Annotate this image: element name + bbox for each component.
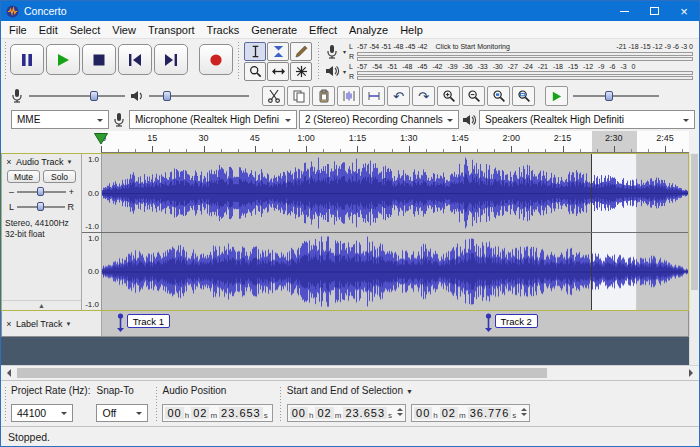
label-flag[interactable]: Track 1: [116, 313, 170, 333]
cut-button[interactable]: [262, 86, 285, 106]
play-speed-thumb[interactable]: [605, 91, 613, 101]
selection-tool-button[interactable]: [244, 42, 266, 61]
recording-meter[interactable]: ▾ L R -57 -54 -51 -48 -45 -42 Click to S…: [324, 43, 693, 61]
scroll-left-button[interactable]: [1, 366, 16, 380]
menu-effect[interactable]: Effect: [303, 21, 343, 38]
selection-range-mode-select[interactable]: Start and End of Selection▼: [287, 385, 531, 396]
input-channels-select[interactable]: 2 (Stereo) Recording Channels: [299, 110, 459, 129]
recording-volume-slider[interactable]: [29, 89, 125, 103]
vertical-scrollbar[interactable]: [689, 153, 699, 365]
audio-position-grip[interactable]: [154, 387, 158, 421]
audio-track[interactable]: × Audio Track ▼ Mute Solo – + L: [1, 153, 689, 311]
audio-position-seconds[interactable]: 23.653: [219, 407, 263, 419]
waveform-right[interactable]: [102, 233, 688, 311]
label-track-area[interactable]: Track 1Track 2: [102, 311, 688, 336]
menu-select[interactable]: Select: [64, 21, 107, 38]
label-flag[interactable]: Track 2: [484, 313, 538, 333]
play-button[interactable]: [46, 44, 80, 75]
skip-to-end-button[interactable]: [154, 44, 188, 75]
silence-audio-button[interactable]: [362, 86, 385, 106]
menu-analyze[interactable]: Analyze: [343, 21, 394, 38]
playback-volume-thumb[interactable]: [163, 91, 171, 101]
menu-view[interactable]: View: [106, 21, 142, 38]
play-position-triangle[interactable]: [94, 133, 108, 145]
project-rate-select[interactable]: 44100: [11, 404, 73, 422]
scroll-right-button[interactable]: [684, 366, 699, 380]
playback-volume-slider[interactable]: [149, 89, 249, 103]
label-track-menu-icon[interactable]: ▼: [66, 321, 72, 327]
menu-file[interactable]: File: [3, 21, 33, 38]
horizontal-scrollbar-thumb[interactable]: [17, 368, 547, 378]
audio-position-field[interactable]: 00h 02m 23.653s: [162, 404, 272, 422]
title-bar[interactable]: Concerto ×: [1, 1, 699, 21]
record-button[interactable]: [199, 44, 233, 75]
waveform-left[interactable]: [102, 154, 688, 232]
menu-generate[interactable]: Generate: [245, 21, 303, 38]
envelope-tool-button[interactable]: [267, 42, 289, 61]
zoom-in-button[interactable]: [437, 86, 460, 106]
input-device-select[interactable]: Microphone (Realtek High Defini: [129, 110, 297, 129]
maximize-button[interactable]: [639, 1, 669, 21]
audio-host-select[interactable]: MME: [11, 110, 109, 129]
selection-end-spinner[interactable]: [521, 407, 527, 419]
tools-toolbar-grip[interactable]: [236, 42, 240, 81]
label-text[interactable]: Track 2: [495, 314, 538, 328]
skip-to-start-button[interactable]: [118, 44, 152, 75]
timeline-ruler[interactable]: 01530451:001:151:301:452:002:152:302:45: [101, 131, 689, 153]
zoom-tool-button[interactable]: [244, 62, 266, 81]
collapse-track-button[interactable]: ▲: [2, 300, 81, 310]
menu-tracks[interactable]: Tracks: [201, 21, 246, 38]
right-channel-vertical-ruler[interactable]: 1.00.0-1.0: [82, 233, 102, 311]
audio-position-minutes[interactable]: 02: [191, 407, 209, 419]
vertical-scrollbar-thumb[interactable]: [691, 154, 698, 290]
gain-slider-thumb[interactable]: [37, 187, 44, 196]
label-text[interactable]: Track 1: [127, 314, 170, 328]
playback-meter[interactable]: ▾ L R -57 -54 -51 -48 -45 -42 -39 -36 -3…: [324, 63, 693, 81]
play-at-speed-button[interactable]: [545, 86, 568, 106]
left-channel-vertical-ruler[interactable]: 1.00.0-1.0: [82, 154, 102, 232]
draw-tool-button[interactable]: [290, 42, 312, 61]
selection-start-seconds[interactable]: 23.653: [343, 407, 387, 419]
right-channel-wave-area[interactable]: [102, 233, 688, 311]
label-track-close-button[interactable]: ×: [4, 319, 14, 329]
solo-button[interactable]: Solo: [43, 170, 76, 183]
paste-button[interactable]: [312, 86, 335, 106]
recording-volume-thumb[interactable]: [90, 91, 98, 101]
play-speed-slider[interactable]: [573, 89, 659, 103]
timeshift-tool-button[interactable]: [267, 62, 289, 81]
pan-slider-thumb[interactable]: [37, 202, 44, 211]
selection-end-field[interactable]: 00h 02m 36.776s: [411, 404, 530, 422]
copy-button[interactable]: [287, 86, 310, 106]
trim-audio-button[interactable]: [337, 86, 360, 106]
fit-selection-button[interactable]: [487, 86, 510, 106]
selection-toolbar-grip[interactable]: [3, 387, 7, 421]
selection-end-hours[interactable]: 00: [414, 407, 432, 419]
snap-to-select[interactable]: Off: [96, 404, 148, 422]
minimize-button[interactable]: [609, 1, 639, 21]
pan-slider[interactable]: [17, 201, 64, 213]
selection-start-spinner[interactable]: [397, 407, 403, 419]
audio-track-menu-icon[interactable]: ▼: [67, 159, 73, 165]
zoom-out-button[interactable]: [462, 86, 485, 106]
audio-track-close-button[interactable]: ×: [4, 157, 14, 167]
meter-toolbar-grip[interactable]: [316, 42, 320, 81]
selection-start-minutes[interactable]: 02: [315, 407, 333, 419]
selection-end-seconds[interactable]: 36.776: [468, 407, 512, 419]
multi-tool-button[interactable]: [290, 62, 312, 81]
selection-range-grip[interactable]: [279, 387, 283, 421]
selection-end-minutes[interactable]: 02: [440, 407, 458, 419]
left-channel-wave-area[interactable]: [102, 154, 688, 232]
transport-toolbar-grip[interactable]: [3, 42, 7, 81]
menu-help[interactable]: Help: [394, 21, 429, 38]
menu-edit[interactable]: Edit: [33, 21, 64, 38]
mute-button[interactable]: Mute: [7, 170, 40, 183]
label-track-title[interactable]: Label Track: [16, 319, 63, 329]
menu-transport[interactable]: Transport: [142, 21, 201, 38]
label-track[interactable]: × Label Track ▼ Track 1Track 2: [1, 311, 689, 337]
fit-project-button[interactable]: [512, 86, 535, 106]
stop-button[interactable]: [82, 44, 116, 75]
audio-position-hours[interactable]: 00: [165, 407, 183, 419]
playback-meter-dropdown-icon[interactable]: ▾: [343, 68, 346, 75]
recording-meter-dropdown-icon[interactable]: ▾: [343, 48, 346, 55]
audio-track-title[interactable]: Audio Track: [16, 157, 64, 167]
